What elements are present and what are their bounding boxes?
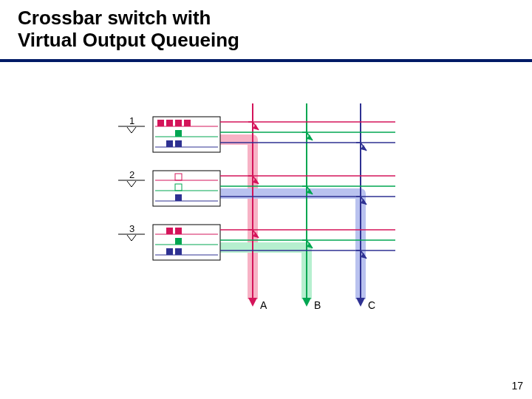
crossbar-diagram: A B C 1	[0, 0, 532, 399]
arrowhead-C	[356, 298, 365, 307]
input-split-icon	[127, 235, 136, 241]
svg-rect-37	[166, 248, 173, 255]
input-split-icon	[127, 127, 136, 133]
svg-rect-5	[166, 120, 173, 126]
page-number: 17	[511, 380, 523, 392]
queue-1-green	[175, 130, 182, 137]
svg-rect-34	[166, 228, 173, 234]
svg-rect-23	[175, 194, 182, 201]
svg-marker-14	[253, 124, 259, 130]
svg-rect-9	[166, 140, 173, 147]
queue-2-blue	[175, 194, 182, 201]
svg-rect-38	[175, 248, 182, 255]
output-label-A: A	[260, 299, 267, 311]
svg-marker-15	[307, 134, 313, 140]
svg-rect-8	[175, 130, 182, 137]
queue-3-green	[175, 238, 182, 245]
input-label-1: 1	[129, 115, 134, 126]
arrowhead-B	[302, 298, 311, 307]
svg-rect-6	[175, 120, 182, 126]
output-label-C: C	[368, 299, 375, 311]
input-label-2: 2	[129, 169, 134, 180]
svg-rect-10	[175, 140, 182, 147]
svg-rect-35	[175, 228, 182, 234]
svg-rect-4	[157, 120, 164, 126]
svg-marker-16	[361, 145, 366, 151]
output-label-B: B	[314, 299, 321, 311]
svg-rect-36	[175, 238, 182, 245]
flow-1A-ribbon	[220, 140, 253, 299]
svg-rect-7	[184, 120, 191, 126]
arrowhead-A	[248, 298, 257, 307]
input-label-3: 3	[129, 223, 134, 234]
flow-3B-ribbon	[220, 248, 307, 299]
input-split-icon	[127, 181, 136, 187]
